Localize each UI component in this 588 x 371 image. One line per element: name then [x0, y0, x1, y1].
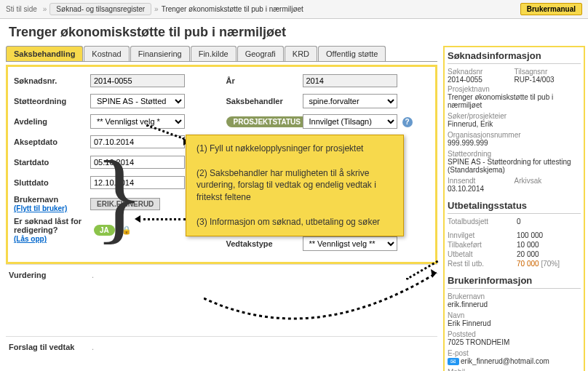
brukernavn-l: Brukernavn: [448, 292, 581, 300]
sluttdato-label: Sluttdato: [14, 178, 90, 187]
callout-box: (1) Fyll ut nøkkelopplysninger for prosj…: [186, 135, 404, 236]
vurdering-field[interactable]: .: [92, 271, 94, 279]
navn-l: Navn: [448, 311, 581, 319]
tilbakefort-v: 10 000: [517, 241, 539, 249]
bruker-panel: Brukerinformasjon Brukernavnerik.finneru…: [448, 275, 581, 371]
utbetaling-title: Utbetalingsstatus: [448, 200, 581, 214]
flytt-til-bruker-link[interactable]: (Flytt til bruker): [14, 204, 67, 212]
innvilget-l: Innvilget: [448, 231, 517, 239]
epost-l: E-post: [448, 349, 581, 357]
stotteordning-select[interactable]: SPINE AS - Støtted: [90, 94, 185, 108]
utbetaling-panel: Utbetalingsstatus Totalbudsjett0 Innvilg…: [448, 200, 581, 268]
prosjektstatus-select[interactable]: Innvilget (Tilsagn): [303, 114, 397, 129]
startdato-label: Startdato: [14, 158, 90, 167]
totalbudsjett-v: 0: [517, 218, 521, 226]
soknadsinfo-panel: Søknadsinformasjon Søknadsnr 2014-0055 T…: [448, 50, 581, 193]
stotte-l: Støtteordning: [448, 150, 581, 158]
arrow-2: [138, 218, 186, 220]
innvilget-v: 100 000: [517, 231, 543, 239]
bruker-title: Brukerinformasjon: [448, 275, 581, 289]
vedtakstype-label: Vedtakstype: [226, 239, 303, 248]
tilsagnsnr-v: RUP-14/003: [514, 76, 555, 84]
stotte-v: SPINE AS - Støtteordning for uttesting (…: [448, 158, 581, 174]
orgnr-v: 999.999.999: [448, 139, 581, 147]
innsendt-l: Innsendt: [448, 177, 475, 185]
soknadsnr-input: [90, 74, 185, 87]
breadcrumb: Sti til side » Søknad- og tilsagnsregist…: [0, 0, 588, 19]
epost-v: erik_finnerud@hotmail.com: [461, 357, 549, 365]
tilbakefort-l: Tilbakeført: [448, 241, 517, 249]
las-opp-link[interactable]: (Lås opp): [14, 235, 47, 243]
chevron-right-icon: »: [43, 5, 47, 13]
arrow-3-curve: [204, 269, 451, 356]
avdeling-label: Avdeling: [14, 117, 90, 126]
callout-2: (2) Saksbehandler har muligheten til å s…: [196, 167, 393, 204]
manual-button[interactable]: Brukermanual: [520, 3, 582, 15]
tab-finkilde[interactable]: Fin.kilde: [191, 46, 237, 61]
soker-v: Finnerud, Erik: [448, 120, 581, 128]
prosjektstatus-label: PROSJEKTSTATUS: [226, 116, 308, 127]
soknadsnr-label: Søknadsnr.: [14, 76, 90, 85]
forslag-label: Forslag til vedtak: [9, 343, 89, 351]
soker-l: Søker/prosjekteier: [448, 112, 581, 120]
tab-offentlig[interactable]: Offentlig støtte: [318, 46, 386, 61]
forslag-field[interactable]: .: [92, 343, 94, 351]
sidebar: Søknadsinformasjon Søknadsnr 2014-0055 T…: [443, 46, 585, 371]
callout-1: (1) Fyll ut nøkkelopplysninger for prosj…: [196, 143, 393, 155]
rest-pct: [70%]: [541, 260, 560, 268]
totalbudsjett-l: Totalbudsjett: [448, 218, 517, 226]
arrow-head-2: [135, 215, 140, 223]
prosjektnavn-v: Trenger økonomiskstøtte til pub i nærmil…: [448, 93, 581, 109]
stotteordning-label: Støtteordning: [14, 97, 90, 105]
tab-geografi[interactable]: Geografi: [237, 46, 284, 61]
brukernavn-v: erik.finnerud: [448, 300, 581, 308]
brukernavn-label: Brukernavn: [14, 195, 58, 204]
soknadsnr-l: Søknadsnr: [448, 68, 482, 76]
tab-krd[interactable]: KRD: [285, 46, 317, 61]
ar-input: [303, 74, 397, 87]
orgnr-l: Organisasjonsnummer: [448, 131, 581, 139]
tilsagnsnr-l: Tilsagnsnr: [514, 68, 548, 76]
innsendt-v: 03.10.2014: [448, 185, 484, 193]
email-icon: ✉: [448, 358, 459, 365]
poststed-v: 7025 TRONDHEIM: [448, 338, 581, 346]
saksbehandler-select[interactable]: spine.forvalter: [303, 94, 397, 108]
arkivsak-l: Arkivsak: [514, 177, 542, 185]
utbetalt-l: Utbetalt: [448, 250, 517, 258]
breadcrumb-item-register[interactable]: Søknad- og tilsagnsregister: [49, 3, 151, 15]
soknadsnr-v: 2014-0055: [448, 76, 482, 84]
rest-l: Rest til utb.: [448, 260, 517, 268]
callout-3: (3) Informasjon om søknad, utbetaling og…: [196, 216, 393, 228]
utbetalt-v: 20 000: [517, 250, 539, 258]
brace-annotation: }: [95, 145, 143, 247]
info-icon[interactable]: ?: [402, 117, 413, 127]
prosjektnavn-l: Prosjektnavn: [448, 85, 581, 93]
breadcrumb-label: Sti til side: [6, 5, 37, 13]
poststed-l: Poststed: [448, 330, 581, 338]
breadcrumb-current: Trenger økonomiskstøtte til pub i nærmil…: [162, 5, 303, 13]
mobil-l: Mobil: [448, 368, 581, 371]
tabs: Saksbehandling Kostnad Finansiering Fin.…: [6, 46, 437, 62]
last-label: Er søknad låst for redigering?: [14, 217, 82, 234]
ar-label: År: [226, 76, 303, 85]
soknadsinfo-title: Søknadsinformasjon: [448, 50, 581, 64]
vurdering-label: Vurdering: [9, 271, 89, 279]
saksbehandler-label: Saksbehandler: [226, 97, 303, 105]
tab-kostnad[interactable]: Kostnad: [84, 46, 129, 61]
vedtakstype-select[interactable]: ** Vennligst velg **: [303, 236, 397, 251]
chevron-right-icon: »: [154, 5, 159, 13]
akseptdato-label: Akseptdato: [14, 137, 90, 146]
navn-v: Erik Finnerud: [448, 319, 581, 327]
tab-finansiering[interactable]: Finansiering: [130, 46, 190, 61]
avdeling-select[interactable]: ** Vennligst velg *: [90, 114, 185, 129]
page-title: Trenger økonomiskstøtte til pub i nærmil…: [0, 19, 588, 46]
tab-saksbehandling[interactable]: Saksbehandling: [6, 46, 83, 61]
rest-v: 70 000: [517, 260, 539, 268]
